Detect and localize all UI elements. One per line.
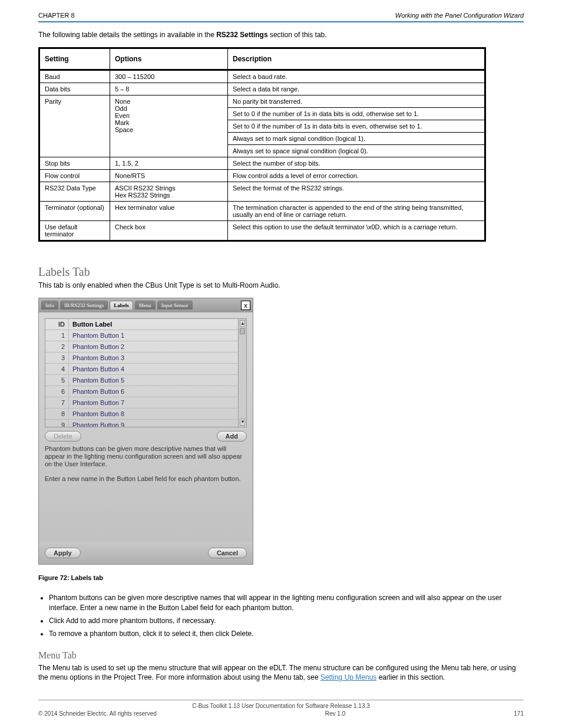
cancel-button[interactable]: Cancel <box>208 548 247 558</box>
list-item-id: 2 <box>45 341 69 352</box>
page-subtitle: Working with the Panel Configuration Wiz… <box>395 12 524 19</box>
footer-page: 171 <box>514 710 524 717</box>
description-subitem: Set to 0 if the number of 1s in data bit… <box>228 120 484 132</box>
list-item-label[interactable]: Phantom Button 5 <box>69 375 238 386</box>
cell-description: Flow control adds a level of error corre… <box>228 169 485 182</box>
cell-setting: Parity <box>39 95 110 157</box>
list-item-label[interactable]: Phantom Button 4 <box>69 364 238 374</box>
settings-table: Setting Options Description Baud300 – 11… <box>38 47 486 242</box>
table-row: ParityNone Odd Even Mark SpaceNo parity … <box>39 95 485 157</box>
menu-tab-heading: Menu Tab <box>38 650 524 661</box>
cell-options: 5 – 8 <box>110 83 228 95</box>
apply-button[interactable]: Apply <box>45 548 81 558</box>
list-item[interactable]: 2Phantom Button 2 <box>45 341 238 353</box>
figure-caption: Figure 72: Labels tab <box>38 574 524 581</box>
header-rule <box>38 21 524 22</box>
add-button[interactable]: Add <box>217 431 247 442</box>
tab-info[interactable]: Info <box>41 301 58 309</box>
footer-rev: Rev 1.0 <box>157 710 514 717</box>
list-item-label[interactable]: Phantom Button 7 <box>69 397 238 408</box>
list-item-label[interactable]: Phantom Button 9 <box>69 420 238 427</box>
description-subitem: No parity bit transferred. <box>228 95 484 107</box>
intro-bold: RS232 Settings <box>216 31 267 39</box>
list-item-label[interactable]: Phantom Button 2 <box>69 341 238 352</box>
menu-desc-post: earlier in this section. <box>379 673 445 681</box>
cell-options: 1, 1.5, 2 <box>110 157 228 169</box>
tab-ir-rs232[interactable]: IR/RS232 Settings <box>60 301 108 309</box>
bullet-item: To remove a phantom button, click it to … <box>49 629 524 638</box>
table-row: Stop bits1, 1.5, 2Select the number of s… <box>39 157 485 169</box>
cell-options: None Odd Even Mark Space <box>110 95 228 157</box>
cell-options: None/RTS <box>110 169 228 182</box>
setting-up-menus-link[interactable]: Setting Up Menus <box>320 673 376 681</box>
cell-options: 300 – 115200 <box>110 70 228 83</box>
th-description: Description <box>228 48 485 70</box>
close-icon[interactable]: x <box>241 301 250 310</box>
cell-setting: Terminator (optional) <box>39 201 110 220</box>
list-item-label[interactable]: Phantom Button 8 <box>69 409 238 419</box>
table-row: Flow controlNone/RTSFlow control adds a … <box>39 169 485 182</box>
col-header-id: ID <box>45 319 69 330</box>
table-row: Terminator (optional)Hex terminator valu… <box>39 201 485 220</box>
list-item[interactable]: 8Phantom Button 8 <box>45 409 238 420</box>
tab-input-sensor[interactable]: Input Sensor <box>157 301 193 309</box>
tab-bar: Info IR/RS232 Settings Labels Menu Input… <box>39 298 253 312</box>
tab-menu[interactable]: Menu <box>135 301 156 309</box>
list-item-id: 4 <box>45 364 69 374</box>
intro-paragraph: The following table details the settings… <box>38 31 524 40</box>
scroll-thumb[interactable] <box>240 328 245 334</box>
intro-post: section of this tab. <box>270 31 327 39</box>
list-item-id: 9 <box>45 420 69 427</box>
menu-tab-description: The Menu tab is used to set up the menu … <box>38 663 524 682</box>
help-text-2: Enter a new name in the Button Label fie… <box>45 475 247 483</box>
table-row: RS232 Data TypeASCII RS232 Strings Hex R… <box>39 182 485 201</box>
cell-options: ASCII RS232 Strings Hex RS232 Strings <box>110 182 228 201</box>
delete-button[interactable]: Delete <box>45 431 81 442</box>
list-item-label[interactable]: Phantom Button 3 <box>69 353 238 363</box>
description-subitem: Always set to space signal condition (lo… <box>228 144 484 157</box>
list-item-id: 7 <box>45 397 69 408</box>
labels-dialog: Info IR/RS232 Settings Labels Menu Input… <box>38 298 253 565</box>
cell-setting: Baud <box>39 70 110 83</box>
th-options: Options <box>110 48 228 70</box>
cell-setting: RS232 Data Type <box>39 182 110 201</box>
bullet-item: Phantom buttons can be given more descri… <box>49 593 524 612</box>
cell-description: Select a baud rate. <box>228 70 485 83</box>
cell-options: Check box <box>110 220 228 241</box>
list-item-label[interactable]: Phantom Button 1 <box>69 330 238 341</box>
section-desc: This tab is only enabled when the CBus U… <box>38 281 524 289</box>
description-subitem: Set to 0 if the number of 1s in data bit… <box>228 107 484 120</box>
cell-setting: Stop bits <box>39 157 110 169</box>
list-item-id: 1 <box>45 330 69 341</box>
help-text-1: Phantom buttons can be given more descri… <box>45 445 247 469</box>
cell-description: Select a data bit range. <box>228 83 485 95</box>
cell-description: The termination character is appended to… <box>228 201 485 220</box>
list-scrollbar[interactable]: ▲ ▼ <box>238 319 246 427</box>
list-item-label[interactable]: Phantom Button 6 <box>69 386 238 397</box>
cell-setting: Data bits <box>39 83 110 95</box>
table-row: Use default terminatorCheck boxSelect th… <box>39 220 485 241</box>
list-item[interactable]: 3Phantom Button 3 <box>45 353 238 364</box>
footer-copyright: © 2014 Schneider Electric. All rights re… <box>38 710 157 717</box>
cell-setting: Use default terminator <box>39 220 110 241</box>
tab-labels[interactable]: Labels <box>110 301 133 309</box>
list-item[interactable]: 4Phantom Button 4 <box>45 364 238 375</box>
scroll-up-icon[interactable]: ▲ <box>240 320 245 327</box>
list-item[interactable]: 7Phantom Button 7 <box>45 397 238 409</box>
list-item-id: 5 <box>45 375 69 386</box>
description-subitem: Always set to mark signal condition (log… <box>228 132 484 144</box>
footer-title: C-Bus Toolkit 1.13 User Documentation fo… <box>38 700 524 709</box>
scroll-down-icon[interactable]: ▼ <box>240 419 245 426</box>
cell-description: Select the format of the RS232 strings. <box>228 182 485 201</box>
cell-description: No parity bit transferred.Set to 0 if th… <box>228 95 485 157</box>
cell-options: Hex terminator value <box>110 201 228 220</box>
col-header-label: Button Label <box>69 319 238 330</box>
phantom-button-list[interactable]: ID Button Label 1Phantom Button 12Phanto… <box>45 318 247 427</box>
list-item[interactable]: 6Phantom Button 6 <box>45 386 238 397</box>
list-item[interactable]: 1Phantom Button 1 <box>45 330 238 341</box>
list-item[interactable]: 5Phantom Button 5 <box>45 375 238 386</box>
cell-description: Select the number of stop bits. <box>228 157 485 169</box>
cell-setting: Flow control <box>39 169 110 182</box>
section-title-labels: Labels Tab <box>38 265 524 279</box>
list-item[interactable]: 9Phantom Button 9 <box>45 420 238 427</box>
